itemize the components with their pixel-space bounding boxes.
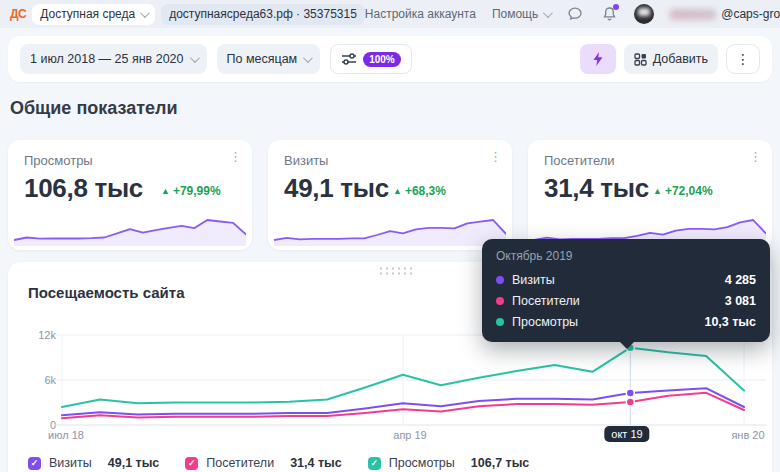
user-email: @caps-group.ru [721, 7, 780, 21]
chart-tooltip: Октябрь 2019 Визиты 4 285 Посетители 3 0… [482, 239, 770, 342]
tooltip-row: Посетители 3 081 [496, 290, 756, 311]
user-account[interactable]: @caps-group.ru [670, 7, 780, 21]
tooltip-value: 3 081 [725, 294, 756, 308]
metric-card-views[interactable]: Просмотры ⋮ 106,8 тыс ▲+79,99% [8, 140, 252, 250]
date-range-label: 1 июл 2018 — 25 янв 2020 [30, 52, 184, 66]
toolbar-kebab-menu[interactable]: ⋮ [726, 44, 760, 74]
lightning-icon [591, 51, 605, 67]
tooltip-value: 4 285 [725, 273, 756, 287]
tooltip-row: Просмотры 10,3 тыс [496, 311, 756, 332]
tooltip-title: Октябрь 2019 [496, 249, 756, 263]
date-range-button[interactable]: 1 июл 2018 — 25 янв 2020 [20, 44, 207, 74]
metric-delta: ▲+72,04% [653, 184, 713, 198]
metric-delta: ▲+68,3% [393, 184, 446, 198]
series-dot-icon [496, 297, 504, 305]
page-title: Общие показатели [10, 98, 178, 119]
up-triangle-icon: ▲ [161, 186, 170, 196]
card-kebab-icon[interactable]: ⋮ [489, 150, 502, 163]
metric-title: Просмотры [24, 153, 93, 168]
legend-label: Посетители [206, 456, 274, 470]
widgets-grid-icon [634, 53, 647, 66]
help-label: Помощь [492, 7, 538, 21]
add-widget-button[interactable]: Добавить [624, 44, 718, 74]
metric-card-visits[interactable]: Визиты ⋮ 49,1 тыс ▲+68,3% [268, 140, 512, 250]
counter-meta[interactable]: доступнаясреда63.рф · 35375315 [161, 4, 365, 25]
help-menu[interactable]: Помощь [492, 7, 550, 21]
chevron-down-icon [140, 8, 150, 18]
x-axis-tick: апр 19 [393, 429, 426, 441]
sliders-icon [341, 52, 357, 66]
series-dot-icon [496, 276, 504, 284]
tooltip-arrow [619, 341, 635, 349]
top-bar: ДС Доступная среда доступнаясреда63.рф ·… [0, 0, 780, 28]
username-redacted [670, 9, 716, 20]
chevron-down-icon [303, 53, 313, 63]
up-triangle-icon: ▲ [653, 186, 662, 196]
grouping-label: По месяцам [227, 52, 298, 66]
chart-legend: ✓ Визиты 49,1 тыс ✓ Посетители 31,4 тыс … [28, 456, 555, 470]
tooltip-value: 10,3 тыс [704, 315, 756, 329]
legend-label: Просмотры [389, 456, 455, 470]
metric-card-visitors[interactable]: Посетители ⋮ 31,4 тыс ▲+72,04% [528, 140, 772, 250]
add-widget-label: Добавить [653, 52, 708, 66]
chevron-down-icon [543, 8, 553, 18]
x-axis-tick-hovered: окт 19 [604, 426, 649, 442]
avatar[interactable] [634, 4, 654, 24]
x-axis-tick: янв 20 [731, 429, 764, 441]
legend-value: 49,1 тыс [108, 456, 160, 470]
sparkline-chart [14, 212, 246, 246]
tooltip-label: Визиты [512, 273, 555, 287]
metric-value: 31,4 тыс [544, 173, 649, 204]
counter-logo: ДС [10, 7, 26, 21]
legend-value: 31,4 тыс [290, 456, 342, 470]
line-chart-plot[interactable] [0, 330, 780, 430]
legend-checkbox-views[interactable]: ✓ [368, 457, 381, 470]
grouping-button[interactable]: По месяцам [217, 44, 321, 74]
header-nav: Настройка аккаунта Помощь @caps-group.ru [365, 4, 780, 24]
drag-handle[interactable] [378, 266, 412, 276]
legend-label: Визиты [49, 456, 92, 470]
sampling-badge: 100% [363, 52, 401, 67]
sampling-button[interactable]: 100% [330, 44, 412, 74]
notifications-bell-icon[interactable] [600, 5, 618, 23]
tooltip-label: Посетители [512, 294, 580, 308]
metric-delta: ▲+79,99% [161, 184, 221, 198]
card-kebab-icon[interactable]: ⋮ [749, 150, 762, 163]
metric-title: Визиты [284, 153, 328, 168]
card-kebab-icon[interactable]: ⋮ [229, 150, 242, 163]
series-dot-icon [496, 318, 504, 326]
counter-meta-label: доступнаясреда63.рф · 35375315 [169, 7, 357, 21]
metric-title: Посетители [544, 153, 615, 168]
chevron-down-icon [189, 53, 199, 63]
legend-checkbox-visitors[interactable]: ✓ [185, 457, 198, 470]
chat-icon[interactable] [566, 5, 584, 23]
legend-value: 106,7 тыс [471, 456, 530, 470]
legend-checkbox-visits[interactable]: ✓ [28, 457, 41, 470]
counter-switcher[interactable]: Доступная среда [32, 4, 155, 25]
counter-name: Доступная среда [40, 7, 135, 21]
notification-dot [613, 4, 619, 10]
tooltip-label: Просмотры [512, 315, 578, 329]
metric-value: 106,8 тыс [24, 173, 143, 204]
account-settings-link[interactable]: Настройка аккаунта [365, 7, 476, 21]
sparkline-chart [274, 212, 506, 246]
x-axis-tick: июл 18 [48, 429, 84, 441]
filters-toolbar: 1 июл 2018 — 25 янв 2020 По месяцам 100%… [8, 36, 772, 82]
chart-title: Посещаемость сайта [28, 284, 184, 301]
magic-wand-button[interactable] [580, 44, 616, 74]
metric-value: 49,1 тыс [284, 173, 389, 204]
tooltip-row: Визиты 4 285 [496, 269, 756, 290]
up-triangle-icon: ▲ [393, 186, 402, 196]
